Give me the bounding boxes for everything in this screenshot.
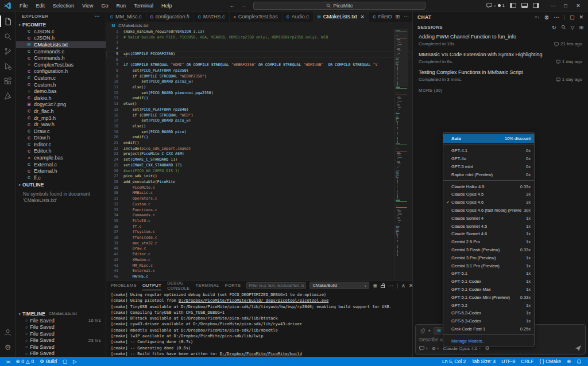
chat-settings-gear-icon[interactable]: ⚙: [544, 14, 550, 21]
maximize-panel-icon[interactable]: ∧: [401, 283, 405, 289]
model-option-claude-sonnet-4.5[interactable]: Claude Sonnet 4.51x: [443, 222, 534, 230]
file-item-custom.c[interactable]: CCustom.c: [16, 75, 106, 81]
file-item-dr_mp3.h[interactable]: Cdr_mp3.h: [16, 115, 106, 122]
output-filter-input[interactable]: [246, 282, 306, 289]
close-tab-icon[interactable]: ✕: [361, 14, 365, 20]
session-item[interactable]: Adding PWM Channel Function to fun_info …: [413, 32, 588, 49]
live-preview-icon[interactable]: ⊕: [564, 359, 574, 364]
folder-section-header[interactable]: ∨ PICOMITE: [16, 21, 106, 28]
timeline-entry[interactable]: ○File Saved23 hrs: [16, 337, 106, 344]
file-item-external.h[interactable]: CExternal.h: [16, 168, 106, 174]
file-item-cjson.h[interactable]: CcJSON.h: [16, 35, 106, 42]
model-option-gpt-5.3-codex[interactable]: GPT-5.3-Codex1x: [443, 317, 534, 325]
output-link[interactable]: D:/Dropbox/PicoMite/PicoMite/build: [220, 352, 302, 356]
output-link[interactable]: D:/Dropbox/PicoMite/PicoMite/build/_deps…: [179, 298, 328, 303]
model-option-claude-sonnet-4.6[interactable]: Claude Sonnet 4.61x: [443, 230, 534, 238]
session-item[interactable]: MMBasic VS Code Extension with Syntax Hi…: [413, 49, 588, 67]
timeline-entry[interactable]: ○File Saved: [16, 351, 106, 357]
explorer-more-icon[interactable]: ⋯: [95, 13, 100, 19]
notifications-bell-icon[interactable]: [574, 359, 585, 364]
file-item-cjson.c[interactable]: CcJSON.c: [16, 28, 106, 35]
model-option-gemini-3-flash-preview-[interactable]: Gemini 3 Flash (Preview)0.33x: [443, 246, 534, 254]
refresh-icon[interactable]: ↻: [552, 25, 556, 30]
file-item-diskio.h[interactable]: Cdiskio.h: [16, 95, 106, 102]
panel-tab-problems[interactable]: PROBLEMS: [111, 281, 137, 290]
menu-file[interactable]: File: [16, 2, 32, 10]
model-option-gpt-5.2[interactable]: GPT-5.21x: [443, 301, 534, 309]
remote-indicator[interactable]: ><: [3, 360, 13, 364]
model-option-claude-opus-4.5[interactable]: Claude Opus 4.53x: [443, 190, 534, 198]
file-item-draw.c[interactable]: CDraw.c: [16, 128, 106, 135]
model-option-gpt-4.1[interactable]: GPT-4.10x: [443, 147, 534, 155]
model-option-claude-opus-4.6[interactable]: ✓Claude Opus 4.63x: [443, 198, 534, 207]
expand-chat-icon[interactable]: ▢: [570, 14, 575, 20]
session-item[interactable]: Testing Complex Functions in MMbasic Scr…: [413, 67, 588, 85]
output-log[interactable]: [cmake] Using regular optimized debug bu…: [106, 290, 412, 357]
file-item-cmakelists.txt[interactable]: MCMakeLists.txt: [16, 41, 106, 48]
model-option-raptor-mini-preview-[interactable]: Raptor mini (Preview)0x: [443, 170, 534, 178]
menu-go[interactable]: Go: [98, 2, 111, 10]
menu-help[interactable]: Help: [158, 2, 176, 10]
file-item-commands.h[interactable]: CCommands.h: [16, 54, 106, 61]
more-sessions-link[interactable]: MORE (30): [413, 85, 588, 96]
model-option-gpt-4o[interactable]: GPT-4o0x: [443, 155, 534, 163]
model-option-gpt-5.2-codex[interactable]: GPT-5.2-Codex1x: [443, 309, 534, 317]
search-icon[interactable]: [0, 29, 16, 44]
account-icon[interactable]: [0, 325, 16, 340]
toggle-secondary-sidebar-icon[interactable]: [533, 3, 539, 8]
clear-output-icon[interactable]: ≣: [373, 283, 377, 289]
cmake-build-button[interactable]: ⚙ Build: [37, 359, 60, 364]
status-item-utf-8[interactable]: UTF-8: [498, 359, 518, 364]
model-option-grok-code-fast-1[interactable]: Grok Code Fast 10.25x: [443, 325, 534, 333]
extensions-icon[interactable]: [0, 73, 16, 88]
status-item--cmake[interactable]: { } CMake: [537, 359, 564, 364]
file-item-editor.h[interactable]: CEditor.h: [16, 148, 106, 155]
model-option-claude-haiku-4.5[interactable]: Claude Haiku 4.50.33x: [443, 182, 534, 190]
tab-mm_misc.c[interactable]: CMM_Misc.c: [106, 11, 146, 22]
new-chat-icon[interactable]: +∨: [535, 14, 540, 20]
command-center-search[interactable]: PicoMite: [253, 2, 425, 10]
timeline-entry[interactable]: ○File Saved: [16, 330, 106, 337]
split-editor-icon[interactable]: ⊞: [395, 14, 400, 20]
open-sessions-editor-icon[interactable]: ⊞: [579, 25, 583, 30]
launch-button[interactable]: ▷: [70, 359, 80, 364]
lock-scroll-icon[interactable]: [381, 285, 385, 288]
model-option-auto[interactable]: Auto10% discount: [443, 134, 534, 143]
file-item-custom.h[interactable]: CCustom.h: [16, 81, 106, 88]
panel-tab-terminal[interactable]: TERMINAL: [196, 281, 219, 290]
file-item-commands.c[interactable]: CCommands.c: [16, 48, 106, 55]
model-option-gpt-5.1-codex-mini-preview-[interactable]: GPT-5.1-Codex-Mini (Preview)0.33x: [443, 293, 534, 301]
chat-mode-selector[interactable]: ∨: [419, 346, 428, 351]
file-item-dogyc3c7.png[interactable]: ▣dogyc3c7.png: [16, 102, 106, 108]
more-actions-icon[interactable]: ⋯: [404, 14, 409, 20]
copilot-badge[interactable]: ∨ 1: [486, 3, 505, 8]
panel-tab-debug-console[interactable]: DEBUG CONSOLE: [167, 281, 189, 290]
attach-paperclip-icon[interactable]: [419, 328, 425, 334]
tab-complextest.bas[interactable]: ≡ComplexTest.bas: [230, 11, 283, 22]
panel-tab-ports[interactable]: PORTS: [225, 281, 241, 290]
nav-back-icon[interactable]: ←: [229, 2, 235, 9]
problems-status[interactable]: ⊗0 △0: [13, 359, 37, 364]
tab-cmakelists.txt[interactable]: MCMakeLists.txt✕: [314, 11, 369, 22]
agent-selector[interactable]: ⊙ ∨: [432, 346, 439, 351]
status-item-crlf[interactable]: CRLF: [518, 359, 536, 364]
file-item-example.bas[interactable]: ≡example.bas: [16, 154, 106, 161]
model-option-gpt-5.1-codex[interactable]: GPT-5.1-Codex1x: [443, 278, 534, 286]
model-option-claude-sonnet-4[interactable]: Claude Sonnet 41x: [443, 214, 534, 222]
file-item-configuration.h[interactable]: Cconfiguration.h: [16, 68, 106, 75]
cmake-tools-icon[interactable]: [0, 88, 16, 103]
model-option-gpt-5-mini[interactable]: GPT-5 mini0x: [443, 163, 534, 171]
file-item-ff.c[interactable]: Cff.c: [16, 174, 106, 181]
tab-configuration.h[interactable]: Cconfiguration.h: [146, 11, 194, 22]
model-option-claude-opus-4.6-fast-mode-preview-[interactable]: Claude Opus 4.6 (fast mode) (Preview)30x: [443, 207, 534, 215]
menu-view[interactable]: View: [79, 2, 96, 10]
close-button[interactable]: ✕: [572, 3, 585, 9]
send-button[interactable]: [575, 345, 582, 352]
chat-more-icon[interactable]: ⋯: [554, 14, 559, 20]
model-option-gpt-5.1-codex-max[interactable]: GPT-5.1-Codex-Max1x: [443, 286, 534, 294]
file-item-demo.bas[interactable]: ≡demo.bas: [16, 88, 106, 95]
panel-more-icon[interactable]: ⋯: [388, 283, 393, 289]
settings-gear-icon[interactable]: ⚙: [0, 340, 16, 355]
code-editor[interactable]: 1cmake_minimum_required(VERSION 3.13)2# …: [106, 29, 412, 280]
toggle-panel-icon[interactable]: [521, 3, 528, 8]
